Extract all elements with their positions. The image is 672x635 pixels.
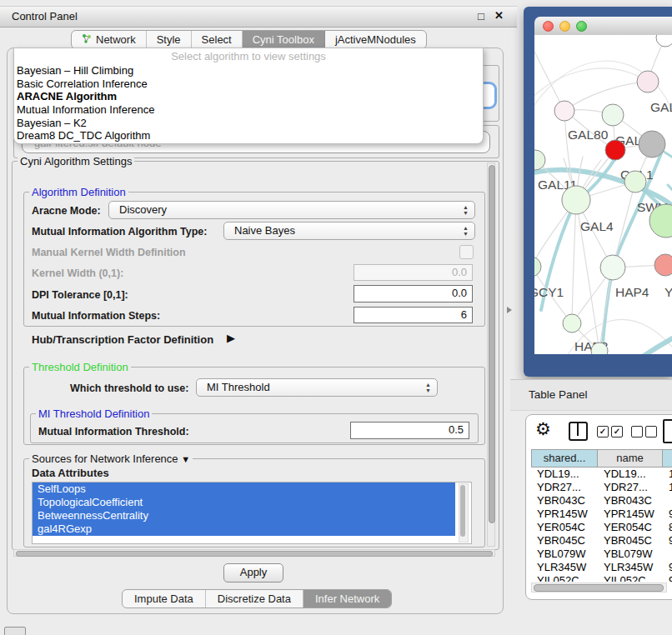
algorithm-option[interactable]: Basic Correlation Inference [14, 78, 483, 91]
minimize-traffic-light-icon[interactable] [559, 21, 570, 32]
table-cell: YBR045C [531, 534, 598, 548]
settings-vertical-scrollbar[interactable] [487, 162, 495, 547]
network-canvas[interactable]: GALGAL80GAL10GAL1GAL11SWI4GAL4GCY1HAP4YH… [534, 35, 672, 354]
attribute-item[interactable]: gal4RGexp [33, 522, 455, 536]
mi-steps-field[interactable]: 6 [354, 307, 473, 323]
table-row[interactable]: YBR045CYBR045C9. [531, 534, 672, 548]
table-row[interactable]: YLR345WYLR345W9. [531, 561, 672, 574]
apply-button[interactable]: Apply [223, 563, 283, 582]
tab-impute-data[interactable]: Impute Data [123, 590, 206, 608]
table-row[interactable]: YDR27...YDR27...12 [531, 481, 672, 494]
table-horizontal-scrollbar[interactable] [531, 582, 667, 592]
list-scrollbar-thumb[interactable] [460, 485, 465, 537]
network-window-titlebar[interactable] [534, 17, 672, 36]
tab-infer-network[interactable]: Infer Network [303, 590, 391, 608]
algorithm-option[interactable]: Bayesian – K2 [14, 117, 483, 130]
attribute-item[interactable]: TopologicalCoefficient [33, 496, 455, 509]
node-hap2[interactable] [563, 314, 581, 332]
dpi-tolerance-field[interactable]: 0.0 [354, 285, 473, 302]
attribute-item[interactable]: SelfLoops [33, 482, 455, 496]
data-attributes-label: Data Attributes [32, 467, 109, 479]
mi-threshold-title: MI Threshold Definition [36, 408, 152, 420]
dpi-tolerance-label: DPI Tolerance [0,1]: [32, 289, 128, 301]
table-cell: 9. [663, 561, 672, 574]
kernel-width-field[interactable]: 0.0 [354, 264, 473, 281]
algorithm-option[interactable]: Bayesian – Hill Climbing [14, 64, 483, 78]
algorithm-option[interactable]: ARACNE Algorithm [14, 90, 483, 103]
table-row[interactable]: YDL19...YDL19...13 [531, 468, 672, 481]
list-scrollbar[interactable] [459, 483, 469, 542]
node-swi4[interactable] [624, 171, 646, 192]
hub-section-label[interactable]: Hub/Transcription Factor Definition [32, 333, 213, 346]
mi-threshold-field[interactable]: 0.5 [350, 422, 469, 439]
attribute-item[interactable]: BetweennessCentrality [33, 509, 455, 522]
table-cell: 8. [663, 521, 672, 534]
table-cell: YBR043C [598, 494, 663, 508]
gear-icon[interactable]: ⚙ [535, 419, 551, 439]
mi-algorithm-type-combo[interactable]: Naive Bayes ▲▼ [223, 222, 475, 240]
tab-cyni-toolbox[interactable]: Cyni Toolbox [243, 31, 325, 48]
table-panel-titlebar: Table Panel [510, 379, 672, 411]
tab-discretize-data[interactable]: Discretize Data [206, 590, 303, 608]
table-row[interactable]: YBR043CYBR043C [531, 494, 672, 508]
column-header[interactable]: shared... [531, 449, 598, 468]
node-hap4[interactable] [600, 255, 625, 280]
algorithm-dropdown[interactable]: Select algorithm to view settings Bayesi… [13, 48, 484, 144]
float-window-icon[interactable]: □ [478, 10, 484, 22]
tab-network[interactable]: Network [72, 31, 147, 48]
node-label: GAL4 [580, 219, 614, 233]
split-column-icon[interactable] [569, 422, 588, 441]
aracne-mode-combo[interactable]: Discovery ▲▼ [108, 201, 475, 219]
deselect-all-icon[interactable] [645, 426, 657, 438]
node-gal80[interactable] [554, 101, 574, 121]
column-header[interactable] [663, 449, 672, 468]
document-icon[interactable] [663, 419, 672, 443]
select-all-icon[interactable]: ✓ [597, 426, 609, 438]
table-row[interactable]: YBL079WYBL079W [531, 548, 672, 561]
table-row[interactable]: YER054CYER054C8. [531, 521, 672, 534]
zoom-traffic-light-icon[interactable] [576, 21, 587, 32]
expand-arrow-icon[interactable]: ▶ [227, 332, 235, 344]
table-horizontal-scrollbar-thumb[interactable] [534, 584, 664, 592]
tab-jactivemnodules[interactable]: jActiveMNodules [325, 31, 426, 48]
node-y[interactable] [654, 254, 672, 276]
algorithm-option[interactable]: Dream8 DC_TDC Algorithm [14, 129, 483, 142]
algorithm-option[interactable]: Mutual Information Inference [14, 103, 483, 117]
tab-select[interactable]: Select [192, 31, 243, 48]
select-all-icon[interactable]: ✓ [611, 426, 623, 438]
column-header[interactable]: name [598, 449, 663, 468]
node-gcy1[interactable] [534, 257, 541, 277]
aracne-mode-label: Aracne Mode: [32, 205, 101, 217]
table-cell: 9. [663, 574, 672, 582]
node-label: HAP4 [615, 285, 649, 299]
table-cell: YDR27... [598, 481, 663, 494]
settings-vertical-scrollbar-thumb[interactable] [489, 165, 495, 523]
table-cell: YLR345W [598, 561, 663, 574]
combo-spinner-icon: ▲▼ [463, 225, 469, 237]
table-row[interactable]: YPR145WYPR145W9. [531, 508, 672, 521]
node-label: GAL [650, 100, 672, 114]
node-gal1[interactable] [605, 140, 625, 160]
node-gal4[interactable] [562, 186, 590, 214]
settings-horizontal-scrollbar-thumb[interactable] [16, 551, 493, 557]
table-cell: YIL052C [531, 574, 598, 582]
table-panel-title: Table Panel [529, 388, 588, 401]
node[interactable] [639, 131, 665, 158]
node[interactable] [656, 35, 672, 47]
minimized-panel-icon[interactable] [4, 627, 26, 635]
collapse-arrow-icon[interactable]: ▼ [181, 454, 190, 464]
table-cell: 12 [663, 481, 672, 494]
settings-horizontal-scrollbar[interactable] [13, 549, 495, 557]
table-row[interactable]: YIL052CYIL052C9. [531, 574, 672, 582]
which-threshold-combo[interactable]: MI Threshold ▲▼ [196, 378, 438, 397]
node-gal10[interactable] [602, 104, 624, 126]
tab-style[interactable]: Style [147, 31, 192, 48]
close-icon[interactable]: ✕ [494, 9, 504, 22]
splitpane-arrow-icon[interactable] [507, 307, 512, 313]
deselect-all-icon[interactable] [631, 426, 643, 438]
data-attributes-list[interactable]: SelfLoopsTopologicalCoefficientBetweenne… [32, 482, 472, 544]
manual-kernel-checkbox[interactable] [459, 245, 474, 259]
close-traffic-light-icon[interactable] [543, 21, 554, 32]
table-cell: 9. [663, 508, 672, 521]
node-gal[interactable] [637, 71, 659, 92]
